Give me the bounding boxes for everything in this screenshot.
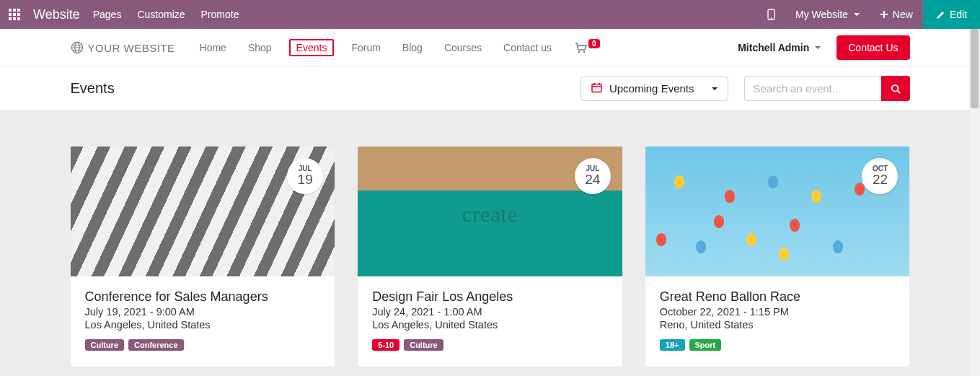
- globe-icon: [71, 41, 84, 54]
- my-website-dropdown[interactable]: My Website: [785, 0, 870, 29]
- calendar-icon: [591, 82, 602, 95]
- events-filter-dropdown[interactable]: Upcoming Events: [581, 76, 728, 101]
- cart-icon: [575, 43, 587, 53]
- date-badge-day: 19: [298, 172, 313, 188]
- svg-point-4: [578, 51, 580, 52]
- site-logo[interactable]: YOUR WEBSITE: [71, 41, 175, 54]
- topbar-menu-promote[interactable]: Promote: [201, 9, 239, 20]
- events-grid: JUL19Conference for Sales ManagersJuly 1…: [65, 147, 916, 367]
- svg-rect-6: [592, 84, 601, 92]
- event-card-image: OCT22: [645, 147, 910, 276]
- site-header: YOUR WEBSITE Home Shop Events Forum Blog…: [65, 29, 916, 66]
- event-title: Conference for Sales Managers: [85, 289, 321, 305]
- mobile-preview-button[interactable]: [757, 0, 785, 29]
- site-header-right: Mitchell Admin Contact Us: [738, 35, 909, 60]
- scrollbar-thumb[interactable]: [971, 29, 979, 108]
- nav-home[interactable]: Home: [195, 39, 231, 56]
- event-tag: Conference: [128, 339, 184, 351]
- cart-button[interactable]: 0: [575, 43, 601, 53]
- cart-count-badge: 0: [588, 39, 600, 48]
- contact-us-button[interactable]: Contact Us: [836, 35, 909, 60]
- events-subbar: Events Upcoming Events: [0, 66, 980, 110]
- event-card-image: JUL19: [71, 147, 335, 276]
- date-badge: JUL19: [287, 158, 323, 194]
- event-tags: 5-10Culture: [372, 339, 608, 351]
- scrollbar-track[interactable]: [969, 29, 980, 376]
- apps-icon[interactable]: [9, 9, 20, 20]
- date-badge: OCT22: [862, 158, 898, 194]
- new-button[interactable]: New: [870, 0, 923, 29]
- event-tag: Culture: [404, 339, 443, 351]
- app-topbar: Website Pages Customize Promote My Websi…: [0, 0, 980, 29]
- event-location: Reno, United States: [660, 319, 896, 331]
- event-tags: CultureConference: [85, 339, 321, 351]
- event-card-body: Conference for Sales ManagersJuly 19, 20…: [71, 276, 335, 367]
- user-name: Mitchell Admin: [738, 42, 809, 53]
- date-badge: JUL24: [575, 158, 611, 194]
- topbar-left: Website Pages Customize Promote: [9, 7, 239, 22]
- event-location: Los Angeles, United States: [85, 319, 321, 331]
- nav-blog[interactable]: Blog: [398, 39, 427, 56]
- topbar-menu-pages[interactable]: Pages: [93, 9, 122, 20]
- event-location: Los Angeles, United States: [372, 319, 608, 331]
- edit-label: Edit: [950, 9, 967, 20]
- my-website-label: My Website: [795, 9, 848, 20]
- date-badge-day: 22: [873, 172, 888, 188]
- nav-shop[interactable]: Shop: [244, 39, 276, 56]
- event-card[interactable]: OCT22Great Reno Ballon RaceOctober 22, 2…: [645, 147, 910, 367]
- event-tags: 18+Sport: [660, 339, 896, 351]
- event-date: October 22, 2021 - 1:15 PM: [660, 306, 896, 318]
- user-dropdown[interactable]: Mitchell Admin: [738, 42, 821, 53]
- svg-point-7: [891, 84, 898, 91]
- event-title: Design Fair Los Angeles: [372, 289, 608, 305]
- search-button[interactable]: [881, 76, 910, 101]
- new-label: New: [893, 9, 913, 20]
- pencil-icon: [936, 10, 945, 19]
- event-date: July 24, 2021 - 1:00 AM: [372, 306, 608, 318]
- svg-point-1: [771, 17, 772, 19]
- events-content: JUL19Conference for Sales ManagersJuly 1…: [0, 110, 980, 376]
- event-tag: Culture: [85, 339, 125, 351]
- nav-contact-us[interactable]: Contact us: [499, 39, 556, 56]
- chevron-down-icon: [815, 46, 821, 49]
- event-card-image: JUL24: [358, 147, 622, 276]
- event-date: July 19, 2021 - 9:00 AM: [85, 306, 321, 318]
- search-input[interactable]: [744, 76, 881, 101]
- nav-courses[interactable]: Courses: [440, 39, 486, 56]
- date-badge-day: 24: [585, 172, 600, 188]
- search-wrap: [744, 76, 910, 101]
- topbar-right: My Website New Edit: [757, 0, 980, 29]
- event-tag: Sport: [689, 339, 722, 351]
- event-card[interactable]: JUL24Design Fair Los AngelesJuly 24, 202…: [358, 147, 622, 367]
- svg-point-5: [583, 51, 585, 52]
- subbar-right: Upcoming Events: [581, 76, 910, 101]
- nav-events[interactable]: Events: [289, 39, 335, 56]
- event-card-body: Great Reno Ballon RaceOctober 22, 2021 -…: [645, 276, 910, 367]
- page-title: Events: [71, 80, 115, 97]
- events-filter-label: Upcoming Events: [609, 82, 694, 95]
- topbar-menu: Pages Customize Promote: [93, 9, 239, 20]
- plus-icon: [880, 10, 888, 19]
- chevron-down-icon: [854, 13, 860, 16]
- event-title: Great Reno Ballon Race: [660, 289, 896, 305]
- event-tag: 5-10: [372, 339, 399, 351]
- edit-button[interactable]: Edit: [923, 0, 980, 29]
- event-card-body: Design Fair Los AngelesJuly 24, 2021 - 1…: [358, 276, 622, 367]
- chevron-down-icon: [712, 87, 718, 90]
- mobile-icon: [767, 9, 775, 20]
- site-nav: Home Shop Events Forum Blog Courses Cont…: [195, 39, 556, 56]
- site-logo-text: YOUR WEBSITE: [88, 42, 175, 54]
- event-tag: 18+: [660, 339, 685, 351]
- search-icon: [891, 84, 901, 94]
- event-card[interactable]: JUL19Conference for Sales ManagersJuly 1…: [71, 147, 335, 367]
- nav-forum[interactable]: Forum: [347, 39, 384, 56]
- topbar-menu-customize[interactable]: Customize: [137, 9, 185, 20]
- app-brand[interactable]: Website: [33, 7, 80, 22]
